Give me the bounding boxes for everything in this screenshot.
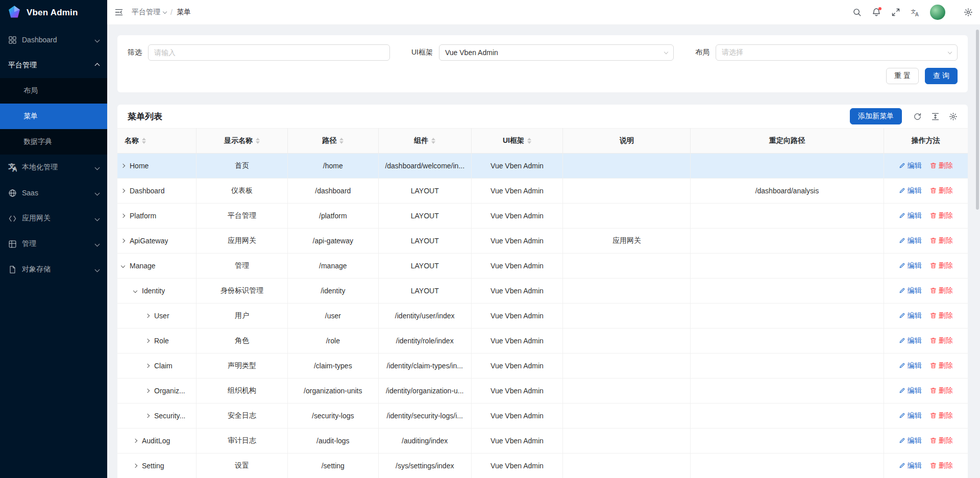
edit-button[interactable]: 编辑 <box>899 386 922 395</box>
row-expand-expand-icon[interactable] <box>145 314 150 318</box>
row-expand-expand-icon[interactable] <box>133 439 137 443</box>
cell-path: /home <box>287 154 378 179</box>
row-expand-expand-icon[interactable] <box>121 239 125 243</box>
chevron-down-icon <box>948 50 952 54</box>
fullscreen-icon[interactable] <box>891 8 900 17</box>
row-expand-expand-icon[interactable] <box>145 414 150 418</box>
delete-button[interactable]: 删除 <box>930 336 953 345</box>
sidebar-item-manage[interactable]: 管理 <box>0 231 107 257</box>
row-expand-expand-icon[interactable] <box>121 189 125 193</box>
sort-icon <box>256 138 260 144</box>
filter-keyword-input[interactable] <box>148 44 390 61</box>
cell-description <box>563 354 691 379</box>
table-header-bar: 菜单列表 添加新菜单 <box>117 105 968 128</box>
settings-gear-icon[interactable] <box>964 8 973 17</box>
table-toolbar: 添加新菜单 <box>850 108 958 124</box>
edit-button[interactable]: 编辑 <box>899 236 922 245</box>
user-avatar[interactable] <box>930 5 945 20</box>
edit-button[interactable]: 编辑 <box>899 261 922 270</box>
edit-button[interactable]: 编辑 <box>899 161 922 170</box>
delete-button[interactable]: 删除 <box>930 411 953 420</box>
delete-button[interactable]: 删除 <box>930 211 953 220</box>
edit-button[interactable]: 编辑 <box>899 411 922 420</box>
row-expand-collapse-icon[interactable] <box>121 264 125 268</box>
delete-button[interactable]: 删除 <box>930 261 953 270</box>
sidebar-item-label: Saas <box>22 189 90 197</box>
delete-button[interactable]: 删除 <box>930 311 953 320</box>
cell-name: User <box>154 312 169 320</box>
row-expand-expand-icon[interactable] <box>121 214 125 218</box>
sidebar-item-saas[interactable]: Saas <box>0 180 107 206</box>
sidebar-item-menu[interactable]: 菜单 <box>0 104 107 129</box>
reset-button[interactable]: 重 置 <box>886 68 919 84</box>
column-header-3[interactable]: 路径 <box>287 129 378 154</box>
cell-framework: Vue Vben Admin <box>471 379 563 404</box>
sidebar-item-data-dictionary[interactable]: 数据字典 <box>0 129 107 155</box>
delete-button[interactable]: 删除 <box>930 161 953 170</box>
sidebar-item-object-storage[interactable]: 对象存储 <box>0 257 107 282</box>
row-expand-expand-icon[interactable] <box>145 339 150 343</box>
notification-bell-icon[interactable] <box>872 8 881 17</box>
cell-redirect <box>691 304 884 329</box>
refresh-icon[interactable] <box>913 112 922 121</box>
search-icon[interactable] <box>852 8 862 17</box>
delete-button[interactable]: 删除 <box>930 286 953 295</box>
search-button[interactable]: 查 询 <box>925 68 958 84</box>
edit-button[interactable]: 编辑 <box>899 436 922 445</box>
cell-redirect <box>691 229 884 254</box>
sidebar-item-platform[interactable]: 平台管理 <box>0 53 107 78</box>
sidebar-item-label: 数据字典 <box>23 137 99 146</box>
row-expand-expand-icon[interactable] <box>145 364 150 368</box>
chevron-down-icon <box>95 267 100 272</box>
scrollbar-thumb[interactable] <box>976 30 979 210</box>
delete-button[interactable]: 删除 <box>930 436 953 445</box>
row-expand-expand-icon[interactable] <box>145 389 150 393</box>
sidebar-item-dashboard[interactable]: Dashboard <box>0 27 107 53</box>
filter-framework-select[interactable]: Vue Vben Admin <box>439 44 674 61</box>
breadcrumb-item-parent[interactable]: 平台管理 <box>132 8 166 17</box>
add-menu-button[interactable]: 添加新菜单 <box>850 108 902 124</box>
app-logo[interactable]: Vben Admin <box>0 0 107 25</box>
filter-layout-select[interactable]: 请选择 <box>716 44 958 61</box>
column-header-5[interactable]: UI框架 <box>471 129 563 154</box>
sidebar-item-localization[interactable]: 文A本地化管理 <box>0 155 107 180</box>
chevron-down-icon <box>95 241 100 246</box>
translate-icon[interactable]: 文A <box>911 8 920 17</box>
delete-button[interactable]: 删除 <box>930 386 953 395</box>
column-header-2[interactable]: 显示名称 <box>197 129 287 154</box>
column-header-1[interactable]: 名称 <box>117 129 197 154</box>
cell-description <box>563 454 691 478</box>
delete-button[interactable]: 删除 <box>930 361 953 370</box>
vben-logo-icon <box>7 5 21 20</box>
page-scrollbar[interactable] <box>976 27 979 477</box>
column-height-icon[interactable] <box>931 112 940 121</box>
delete-button[interactable]: 删除 <box>930 461 953 470</box>
filter-framework-value: Vue Vben Admin <box>445 48 498 57</box>
edit-button[interactable]: 编辑 <box>899 311 922 320</box>
filter-row: 筛选 UI框架 Vue Vben Admin 布局 请选择 <box>128 44 958 61</box>
delete-icon <box>930 412 937 419</box>
menu-fold-icon[interactable] <box>114 8 124 17</box>
table-header-row: 名称显示名称路径组件UI框架说明重定向路径操作方法 <box>117 129 968 154</box>
sidebar-item-layout[interactable]: 布局 <box>0 78 107 104</box>
cell-name: Security... <box>154 412 185 420</box>
edit-button[interactable]: 编辑 <box>899 336 922 345</box>
filter-layout-label: 布局 <box>695 48 709 57</box>
breadcrumb-item-current: 菜单 <box>177 8 191 17</box>
table-row: ApiGateway应用网关/api-gatewayLAYOUTVue Vben… <box>117 229 968 254</box>
edit-button[interactable]: 编辑 <box>899 461 922 470</box>
column-header-4[interactable]: 组件 <box>378 129 471 154</box>
edit-button[interactable]: 编辑 <box>899 211 922 220</box>
delete-button[interactable]: 删除 <box>930 186 953 195</box>
row-expand-expand-icon[interactable] <box>121 164 125 168</box>
sidebar-item-api-gateway[interactable]: 应用网关 <box>0 206 107 231</box>
row-expand-collapse-icon[interactable] <box>133 289 137 293</box>
breadcrumb-separator: / <box>170 8 173 16</box>
edit-button[interactable]: 编辑 <box>899 186 922 195</box>
table-settings-gear-icon[interactable] <box>949 112 958 121</box>
edit-button[interactable]: 编辑 <box>899 286 922 295</box>
delete-button[interactable]: 删除 <box>930 236 953 245</box>
edit-button[interactable]: 编辑 <box>899 361 922 370</box>
cell-framework: Vue Vben Admin <box>471 179 563 204</box>
row-expand-expand-icon[interactable] <box>133 464 137 468</box>
